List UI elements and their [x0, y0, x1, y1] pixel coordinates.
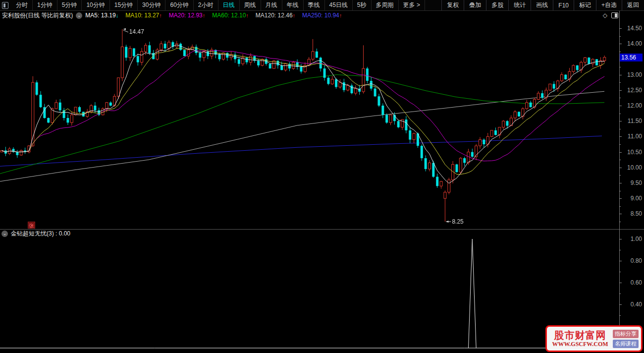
- price-axis-label: 9.50: [625, 179, 642, 186]
- menu-item-5秒[interactable]: 5秒: [353, 0, 372, 10]
- ma-label: MA60: 12.10↑: [212, 12, 249, 19]
- axis-tick: [619, 214, 622, 214]
- ma-label: MA250: 10.94↑: [302, 12, 342, 19]
- ma-value-labels: MA5: 13.19↓MA10: 13.27↑MA20: 12.93↑MA60:…: [85, 12, 349, 19]
- panel-divider[interactable]: [0, 229, 644, 230]
- watermark-badge: 名师课程: [613, 340, 639, 348]
- watermark-badges: 指标分享名师课程: [613, 330, 639, 348]
- indicator-chevron-icon[interactable]: ⌄: [1, 231, 8, 237]
- axis-tick: [619, 152, 622, 153]
- menu-item-日线[interactable]: 日线: [218, 0, 240, 10]
- stock-title: 安利股份(日线 等比前复权): [2, 11, 73, 20]
- axis-tick: [619, 36, 621, 37]
- price-axis-label: 13.00: [625, 71, 642, 78]
- ma-label: MA120: 12.46↑: [256, 12, 295, 19]
- indicator-axis-label: 1.00: [625, 235, 642, 242]
- menu-item-5分钟[interactable]: 5分钟: [57, 0, 82, 10]
- period-menu: 分时1分钟5分钟10分钟15分钟30分钟60分钟2小时日线周线月线年线季线45日…: [11, 0, 425, 10]
- menu-item-季线[interactable]: 季线: [304, 0, 325, 10]
- menu-item-月线[interactable]: 月线: [261, 0, 282, 10]
- menu-item-统计[interactable]: 统计: [508, 0, 531, 10]
- menu-item-周线[interactable]: 周线: [240, 0, 261, 10]
- indicator-axis-label: 0.40: [625, 301, 642, 308]
- menu-item-15分钟[interactable]: 15分钟: [110, 0, 138, 10]
- price-axis-label: 9.00: [625, 195, 642, 202]
- axis-tick: [619, 183, 622, 183]
- menu-item-返回[interactable]: 返回: [622, 0, 644, 10]
- axis-tick: [619, 191, 621, 191]
- menu-item-多周期[interactable]: 多周期: [372, 0, 399, 10]
- menu-item-更多 >[interactable]: 更多 >: [399, 0, 425, 10]
- axis-tick: [619, 98, 621, 98]
- axis-tick: [619, 160, 621, 160]
- indicator-chart[interactable]: [0, 238, 619, 350]
- axis-tick: [619, 144, 621, 145]
- menu-item-1分钟[interactable]: 1分钟: [33, 0, 57, 10]
- menu-item-60分钟[interactable]: 60分钟: [165, 0, 193, 10]
- price-axis-label: 11.50: [625, 118, 642, 124]
- ma-trend-arrow: ↑: [203, 12, 206, 18]
- last-price-tag: 13.56: [620, 54, 643, 61]
- axis-tick: [619, 82, 621, 83]
- menu-item-标记[interactable]: 标记: [574, 0, 596, 10]
- signal-marker-badge: 张: [28, 222, 35, 229]
- top-menu-bar: 分时1分钟5分钟10分钟15分钟30分钟60分钟2小时日线周线月线年线季线45日…: [0, 0, 644, 11]
- axis-tick: [619, 283, 622, 283]
- axis-tick: [619, 250, 621, 250]
- ma-trend-arrow: ↑: [159, 12, 162, 18]
- collapse-chevron-icon[interactable]: ⌄: [76, 12, 82, 19]
- layout-panel-icon[interactable]: [611, 12, 618, 18]
- price-axis-label: 12.50: [625, 87, 642, 94]
- axis-tick: [619, 90, 622, 91]
- ma-trend-arrow: ↑: [339, 12, 342, 18]
- axis-tick: [619, 106, 622, 106]
- app-window: 分时1分钟5分钟10分钟15分钟30分钟60分钟2小时日线周线月线年线季线45日…: [0, 0, 644, 353]
- axis-tick: [619, 129, 621, 129]
- price-axis-label: 14.50: [625, 25, 642, 32]
- menu-item-画线[interactable]: 画线: [531, 0, 553, 10]
- price-axis-label: 8.50: [625, 210, 642, 217]
- axis-tick: [619, 304, 622, 305]
- menu-item-2小时[interactable]: 2小时: [194, 0, 218, 10]
- price-axis-label: 10.50: [625, 149, 642, 156]
- axis-tick: [619, 272, 621, 272]
- indicator-title-row: ⌄ 金钻超短无忧(3) : 0.00: [0, 230, 70, 238]
- app-window-icon[interactable]: [2, 2, 8, 9]
- indicator-axis-label: 0.80: [625, 257, 642, 264]
- axis-tick: [619, 315, 621, 316]
- menu-item-30分钟[interactable]: 30分钟: [138, 0, 165, 10]
- watermark-badge: 指标分享: [613, 330, 639, 338]
- axis-tick: [619, 75, 622, 75]
- menu-item-复权[interactable]: 复权: [441, 0, 464, 10]
- price-axis-label: 10.00: [625, 164, 642, 171]
- ma-label: MA10: 13.27↑: [125, 12, 162, 19]
- menu-item-F10[interactable]: F10: [553, 0, 574, 10]
- ma-trend-arrow: ↑: [293, 12, 296, 18]
- menu-item-10分钟[interactable]: 10分钟: [82, 0, 109, 10]
- axis-tick: [619, 28, 622, 29]
- menu-item-年线[interactable]: 年线: [282, 0, 304, 10]
- axis-tick: [619, 52, 621, 52]
- axis-tick: [619, 294, 621, 294]
- price-axis-label: 11.00: [625, 133, 642, 140]
- menu-item-分时[interactable]: 分时: [11, 0, 33, 10]
- axis-tick: [619, 136, 622, 137]
- axis-tick: [619, 44, 622, 44]
- axis-tick: [619, 206, 621, 207]
- menu-item-多股[interactable]: 多股: [486, 0, 508, 10]
- indicator-title: 金钻超短无忧(3) : 0.00: [11, 230, 70, 238]
- axis-tick: [619, 114, 621, 114]
- ma-trend-arrow: ↑: [246, 12, 249, 18]
- menu-item-叠加[interactable]: 叠加: [464, 0, 486, 10]
- axis-tick: [619, 198, 622, 199]
- ma-label: MA5: 13.19↓: [85, 12, 118, 19]
- axis-tick: [619, 261, 622, 261]
- indicator-axis-label: 0.60: [625, 279, 642, 286]
- axis-tick: [619, 67, 621, 67]
- main-price-chart[interactable]: [0, 20, 619, 229]
- diamond-marker-icon[interactable]: ◇: [603, 12, 607, 19]
- menu-item-45日线[interactable]: 45日线: [325, 0, 353, 10]
- axis-tick: [619, 239, 622, 239]
- menu-item-+自选[interactable]: +自选: [596, 0, 622, 10]
- tool-menu: 复权叠加多股统计画线F10标记+自选返回: [441, 0, 644, 10]
